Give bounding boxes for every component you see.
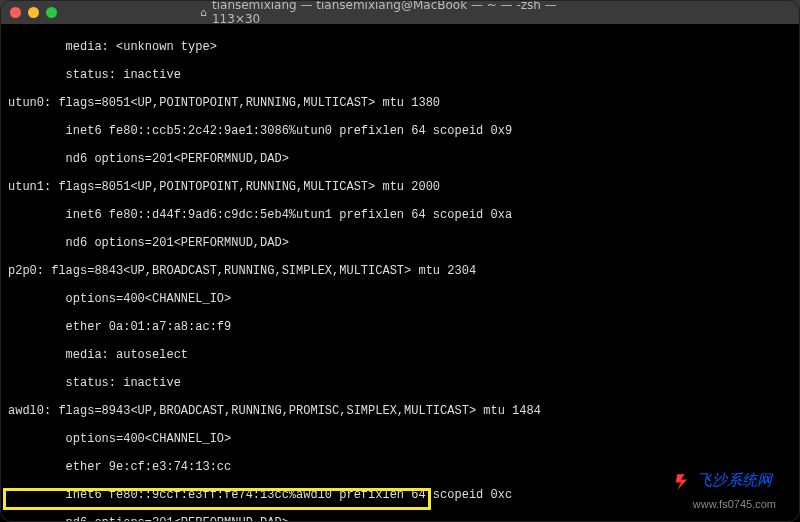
output-line: utun0: flags=8051<UP,POINTOPOINT,RUNNING…: [8, 96, 792, 110]
minimize-button[interactable]: [28, 7, 39, 18]
output-line: status: inactive: [8, 68, 792, 82]
output-line: awdl0: flags=8943<UP,BROADCAST,RUNNING,P…: [8, 404, 792, 418]
output-line: utun1: flags=8051<UP,POINTOPOINT,RUNNING…: [8, 180, 792, 194]
maximize-button[interactable]: [46, 7, 57, 18]
output-line: status: inactive: [8, 376, 792, 390]
output-line: nd6 options=201<PERFORMNUD,DAD>: [8, 516, 792, 522]
output-line: options=400<CHANNEL_IO>: [8, 432, 792, 446]
title-text: tiansemixiang — tiansemixiang@MacBook — …: [212, 0, 600, 26]
output-line: p2p0: flags=8843<UP,BROADCAST,RUNNING,SI…: [8, 264, 792, 278]
output-line: ether 0a:01:a7:a8:ac:f9: [8, 320, 792, 334]
home-icon: ⌂: [200, 6, 207, 19]
watermark: 飞沙系统网: [669, 469, 778, 492]
watermark-logo-icon: [675, 472, 693, 490]
terminal-output[interactable]: media: <unknown type> status: inactive u…: [0, 24, 800, 522]
output-line: inet6 fe80::ccb5:2c42:9ae1:3086%utun0 pr…: [8, 124, 792, 138]
close-button[interactable]: [10, 7, 21, 18]
output-line: nd6 options=201<PERFORMNUD,DAD>: [8, 152, 792, 166]
output-line: options=400<CHANNEL_IO>: [8, 292, 792, 306]
traffic-lights: [10, 7, 57, 18]
watermark-text: 飞沙系统网: [697, 471, 772, 490]
output-line: inet6 fe80::d44f:9ad6:c9dc:5eb4%utun1 pr…: [8, 208, 792, 222]
output-line: nd6 options=201<PERFORMNUD,DAD>: [8, 236, 792, 250]
output-line: media: autoselect: [8, 348, 792, 362]
titlebar: ⌂ tiansemixiang — tiansemixiang@MacBook …: [0, 0, 800, 24]
watermark-url: www.fs0745.com: [693, 498, 776, 510]
output-line: media: <unknown type>: [8, 40, 792, 54]
window-title: ⌂ tiansemixiang — tiansemixiang@MacBook …: [200, 0, 600, 26]
